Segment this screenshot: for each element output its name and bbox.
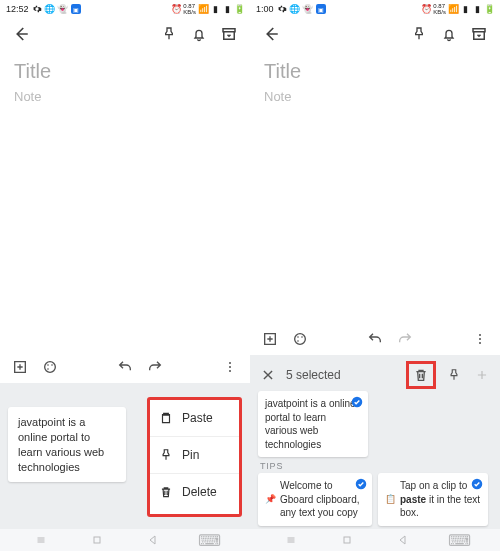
- speed-indicator: 0.87KB/s: [183, 3, 196, 15]
- svg-rect-23: [288, 542, 295, 543]
- svg-point-16: [479, 338, 481, 340]
- plus-icon: [472, 365, 492, 385]
- clipboard-text: javatpoint is a online portal to learn v…: [265, 398, 356, 450]
- alarm-icon: ⏰: [421, 4, 431, 14]
- note-input[interactable]: Note: [264, 89, 486, 104]
- app-badge-icon: ▣: [71, 4, 81, 14]
- gear-icon: [277, 4, 287, 14]
- clipboard-item[interactable]: javatpoint is a online portal to learn v…: [8, 407, 126, 482]
- bell-icon[interactable]: [438, 23, 460, 45]
- pin-icon[interactable]: [158, 23, 180, 45]
- archive-icon[interactable]: [468, 23, 490, 45]
- tip-item[interactable]: 📋 Tap on a clip to paste it in the text …: [378, 473, 488, 526]
- clipboard-icon: [158, 410, 174, 426]
- bell-icon[interactable]: [188, 23, 210, 45]
- tip-text: Tap on a clip to paste it in the text bo…: [400, 479, 481, 520]
- status-time: 1:00: [256, 4, 274, 14]
- screen-right: 1:00 🌐 👻 ▣ ⏰ 0.87KB/s 📶 ▮ ▮ 🔋 T: [250, 0, 500, 551]
- add-icon[interactable]: [260, 329, 280, 349]
- back-icon[interactable]: [260, 23, 282, 45]
- svg-point-15: [479, 333, 481, 335]
- delete-highlight: [406, 361, 436, 389]
- svg-rect-10: [94, 537, 100, 543]
- keyboard-clipboard-panel: 5 selected javatpoint is a online portal…: [250, 355, 500, 529]
- check-icon: [354, 477, 368, 491]
- svg-rect-21: [288, 538, 295, 539]
- archive-icon[interactable]: [218, 23, 240, 45]
- svg-point-5: [229, 366, 231, 368]
- app-bar: [250, 16, 500, 52]
- tip-item[interactable]: 📌 Welcome to Gboard clipboard, any text …: [258, 473, 372, 526]
- alarm-icon: ⏰: [171, 4, 181, 14]
- clipboard-text: javatpoint is a online portal to learn v…: [18, 416, 104, 473]
- screen-left: 12:52 🌐 👻 ▣ ⏰ 0.87KB/s 📶 ▮ ▮ 🔋: [0, 0, 250, 551]
- nav-keyboard-icon[interactable]: ⌨: [451, 532, 467, 548]
- undo-icon[interactable]: [365, 329, 385, 349]
- globe-icon: 🌐: [45, 4, 55, 14]
- overflow-icon[interactable]: [220, 357, 240, 377]
- status-bar: 1:00 🌐 👻 ▣ ⏰ 0.87KB/s 📶 ▮ ▮ 🔋: [250, 0, 500, 16]
- svg-point-4: [229, 361, 231, 363]
- nav-recent-icon[interactable]: [283, 532, 299, 548]
- redo-icon[interactable]: [145, 357, 165, 377]
- context-paste[interactable]: Paste: [150, 400, 239, 437]
- title-input[interactable]: Title: [14, 60, 236, 83]
- palette-icon[interactable]: [290, 329, 310, 349]
- tips-label: TIPS: [260, 461, 492, 471]
- app-bar: [0, 16, 250, 52]
- status-bar: 12:52 🌐 👻 ▣ ⏰ 0.87KB/s 📶 ▮ ▮ 🔋: [0, 0, 250, 16]
- trash-icon[interactable]: [411, 365, 431, 385]
- speed-indicator: 0.87KB/s: [433, 3, 446, 15]
- nav-keyboard-icon[interactable]: ⌨: [201, 532, 217, 548]
- context-delete[interactable]: Delete: [150, 474, 239, 510]
- back-icon[interactable]: [10, 23, 32, 45]
- pin-icon[interactable]: [444, 365, 464, 385]
- undo-icon[interactable]: [115, 357, 135, 377]
- svg-rect-9: [38, 542, 45, 543]
- selection-bar: 5 selected: [258, 361, 492, 389]
- close-icon[interactable]: [258, 365, 278, 385]
- add-icon[interactable]: [10, 357, 30, 377]
- palette-icon[interactable]: [40, 357, 60, 377]
- nav-home-icon[interactable]: [339, 532, 355, 548]
- svg-point-11: [295, 333, 306, 344]
- editor[interactable]: Title Note: [0, 52, 250, 104]
- svg-rect-24: [344, 537, 350, 543]
- nav-back-icon[interactable]: [395, 532, 411, 548]
- editor[interactable]: Title Note: [250, 52, 500, 104]
- app-badge-icon: ▣: [316, 4, 326, 14]
- volte-icon: 📶: [198, 4, 208, 14]
- system-nav: ⌨: [0, 529, 250, 551]
- snapchat-icon: 👻: [58, 4, 68, 14]
- overflow-icon[interactable]: [470, 329, 490, 349]
- keyboard-clipboard-panel: javatpoint is a online portal to learn v…: [0, 383, 250, 529]
- pin-icon: [158, 447, 174, 463]
- snapchat-icon: 👻: [303, 4, 313, 14]
- nav-recent-icon[interactable]: [33, 532, 49, 548]
- svg-point-0: [45, 361, 56, 372]
- volte-icon: 📶: [448, 4, 458, 14]
- nav-back-icon[interactable]: [145, 532, 161, 548]
- signal-icon: ▮: [222, 4, 232, 14]
- battery-icon: 🔋: [484, 4, 494, 14]
- pin-icon[interactable]: [408, 23, 430, 45]
- check-icon: [470, 477, 484, 491]
- wifi-icon: ▮: [460, 4, 470, 14]
- context-label: Paste: [182, 411, 213, 425]
- redo-icon: [395, 329, 415, 349]
- context-label: Pin: [182, 448, 199, 462]
- nav-home-icon[interactable]: [89, 532, 105, 548]
- svg-point-13: [301, 336, 303, 338]
- note-input[interactable]: Note: [14, 89, 236, 104]
- title-input[interactable]: Title: [264, 60, 486, 83]
- svg-point-12: [297, 336, 299, 338]
- globe-icon: 🌐: [290, 4, 300, 14]
- svg-point-3: [47, 368, 49, 370]
- svg-point-14: [297, 340, 299, 342]
- signal-icon: ▮: [472, 4, 482, 14]
- clipboard-item[interactable]: javatpoint is a online portal to learn v…: [258, 391, 368, 457]
- gear-icon: [32, 4, 42, 14]
- context-menu: Paste Pin Delete: [147, 397, 242, 517]
- context-pin[interactable]: Pin: [150, 437, 239, 474]
- wifi-icon: ▮: [210, 4, 220, 14]
